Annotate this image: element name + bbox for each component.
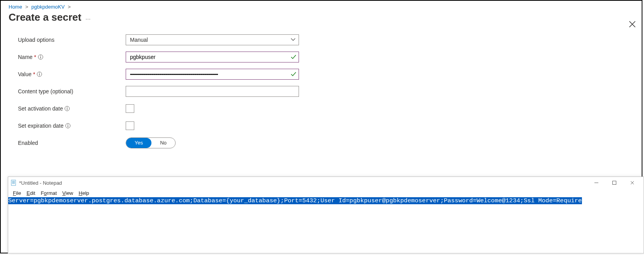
valid-check-icon [290, 54, 297, 61]
expiration-date-checkbox[interactable] [126, 121, 134, 130]
required-asterisk: * [34, 54, 36, 60]
info-icon[interactable] [37, 71, 42, 77]
valid-check-icon [290, 71, 297, 78]
menu-format[interactable]: Format [38, 190, 59, 196]
menu-edit[interactable]: Edit [24, 190, 37, 196]
activation-date-label: Set activation date [18, 105, 63, 112]
name-input[interactable] [126, 52, 299, 62]
close-icon [628, 20, 636, 28]
azure-portal-panel: Home > pgbkpdemoKV > Create a secret … U… [1, 1, 642, 176]
info-icon[interactable] [64, 106, 70, 111]
svg-point-10 [68, 124, 68, 125]
breadcrumb-home[interactable]: Home [9, 4, 22, 10]
menu-view[interactable]: View [60, 190, 76, 196]
required-asterisk: * [33, 71, 35, 77]
maximize-icon [612, 180, 617, 185]
enabled-label: Enabled [18, 140, 126, 146]
notepad-text-area[interactable]: Server=pgbkpdemoserver.postgres.database… [8, 197, 644, 205]
enabled-toggle[interactable]: Yes No [126, 137, 176, 148]
svg-rect-5 [39, 74, 40, 76]
svg-point-1 [40, 55, 41, 56]
maximize-button[interactable] [605, 177, 623, 189]
upload-options-select[interactable]: Manual [126, 34, 299, 45]
content-type-input[interactable] [126, 86, 299, 97]
minimize-icon [594, 180, 599, 185]
svg-point-7 [67, 107, 68, 108]
svg-rect-11 [68, 125, 68, 127]
notepad-selected-text: Server=pgbkpdemoserver.postgres.database… [8, 197, 582, 204]
breadcrumb: Home > pgbkpdemoKV > [1, 1, 642, 10]
notepad-menu-bar: File Edit Format View Help [8, 189, 644, 197]
close-button[interactable] [628, 20, 636, 29]
close-button[interactable] [623, 177, 641, 189]
notepad-window: *Untitled - Notepad File Edit Format Vie… [8, 177, 644, 253]
upload-options-label: Upload options [18, 37, 126, 43]
content-type-label: Content type (optional) [18, 88, 126, 95]
chevron-right-icon: > [25, 4, 28, 10]
page-title: Create a secret [9, 11, 81, 23]
name-label: Name [18, 54, 32, 60]
chevron-right-icon: > [68, 4, 71, 10]
toggle-yes[interactable]: Yes [126, 138, 151, 148]
svg-rect-13 [613, 181, 616, 185]
value-input[interactable] [126, 69, 299, 80]
svg-point-4 [39, 73, 40, 73]
close-icon [630, 180, 635, 185]
value-label: Value [18, 71, 32, 77]
expiration-date-label: Set expiration date [18, 123, 64, 129]
minimize-button[interactable] [587, 177, 605, 189]
breadcrumb-keyvault[interactable]: pgbkpdemoKV [31, 4, 64, 10]
notepad-app-icon [11, 180, 17, 186]
menu-help[interactable]: Help [76, 190, 92, 196]
activation-date-checkbox[interactable] [126, 104, 134, 113]
menu-file[interactable]: File [11, 190, 23, 196]
info-icon[interactable] [65, 123, 71, 128]
svg-rect-8 [67, 108, 67, 110]
more-menu-button[interactable]: … [85, 14, 91, 21]
toggle-no[interactable]: No [151, 138, 175, 148]
notepad-title: *Untitled - Notepad [19, 180, 587, 186]
svg-rect-2 [40, 57, 41, 59]
info-icon[interactable] [38, 54, 43, 60]
